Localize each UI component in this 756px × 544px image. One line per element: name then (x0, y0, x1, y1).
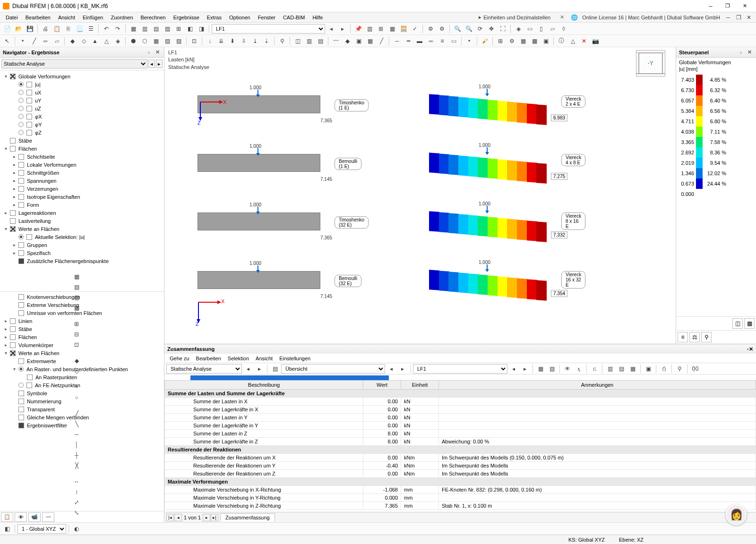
sm-tool4-icon[interactable]: ᶍ (574, 364, 584, 374)
bt-icon-24[interactable]: ⤢ (71, 497, 82, 508)
fit-icon[interactable]: ⛶ (498, 24, 508, 34)
menu-bearbeiten[interactable]: Bearbeiten (22, 13, 54, 22)
nav-prev-icon[interactable]: ◂ (148, 60, 155, 68)
persp-icon[interactable]: ◊ (558, 24, 569, 34)
nav-tab-1[interactable]: 📋 (1, 512, 13, 522)
tree-item[interactable]: ▸Lokale Verformungen (0, 161, 164, 169)
tool-a-icon[interactable]: ⚙ (425, 24, 436, 34)
t11-icon[interactable]: ⊡ (189, 36, 199, 46)
s2-icon[interactable]: ━ (403, 36, 413, 46)
page-first-icon[interactable]: |◂ (166, 514, 174, 521)
dot-icon[interactable]: • (464, 36, 474, 46)
mdi-close-icon[interactable]: ✕ (744, 12, 754, 23)
maximize-button[interactable]: ❐ (719, 0, 736, 12)
cfg2-icon[interactable]: ▩ (529, 36, 540, 46)
tree-item[interactable]: ▾Globale Verformungen (0, 72, 164, 80)
legend-close-icon[interactable]: ✕ (746, 49, 753, 56)
tree-item[interactable]: uY (0, 96, 164, 104)
calc-icon[interactable]: 🧮 (398, 24, 409, 34)
summary-menu-selektion[interactable]: Selektion (224, 355, 252, 362)
page-prev-icon[interactable]: ◂ (174, 514, 182, 521)
legend-btn-b[interactable]: ▦ (744, 318, 755, 329)
loadcase-select[interactable]: LF1 (212, 24, 325, 34)
tree-item[interactable]: ▾Flächen (0, 144, 164, 153)
tree-item[interactable]: Transparent (0, 405, 164, 413)
surface-icon[interactable]: ▱ (52, 36, 62, 46)
panel-close-icon[interactable]: ✕ (154, 49, 161, 56)
t13-icon[interactable]: ⇊ (216, 36, 226, 46)
sm-prev2-icon[interactable]: ◂ (386, 364, 396, 374)
t7-icon[interactable]: ⬡ (139, 36, 150, 46)
top-icon[interactable]: ▱ (547, 24, 558, 34)
member-icon[interactable]: ═ (40, 36, 51, 46)
menu-cad-bim[interactable]: CAD-BIM (279, 13, 309, 22)
hint-close-icon[interactable]: ✕ (560, 14, 564, 20)
bt-icon-3[interactable]: ▩ (71, 303, 82, 313)
sm-view-icon[interactable]: ▤ (270, 364, 280, 374)
tree-item[interactable]: uX (0, 88, 164, 96)
sm-next1-icon[interactable]: ▸ (254, 364, 265, 374)
bt-icon-15[interactable]: ╱ (71, 408, 82, 419)
menu-ergebnisse[interactable]: Ergebnisse (170, 13, 203, 22)
tree-item[interactable]: Umrisse von verformten Flächen (0, 309, 164, 317)
view2-icon[interactable]: ▥ (139, 24, 150, 34)
bt-icon-17[interactable]: ─ (71, 429, 82, 440)
prev-lc-icon[interactable]: ◂ (326, 24, 336, 34)
doc-icon[interactable]: 📃 (74, 24, 85, 34)
bt-icon-22[interactable]: ↔ (71, 476, 82, 487)
zoom-icon[interactable]: 🔍 (464, 24, 474, 34)
summary-table[interactable]: BeschreibungWertEinheitAnmerkungenSumme … (164, 380, 756, 512)
tree-item[interactable]: φZ (0, 128, 164, 136)
t15-icon[interactable]: ⇩ (239, 36, 249, 46)
tree-item[interactable]: ▸Isotrope Eigenschaften (0, 193, 164, 201)
t10-icon[interactable]: ▨ (173, 36, 184, 46)
brush-icon[interactable]: 🖌 (480, 36, 490, 46)
menu-berechnen[interactable]: Berechnen (137, 13, 170, 22)
tree-item[interactable]: Lastverteilung (0, 217, 164, 225)
cam-icon[interactable]: 📷 (590, 36, 601, 46)
menu-einfügen[interactable]: Einfügen (79, 13, 107, 22)
save-icon[interactable]: 💾 (25, 24, 35, 34)
nav-tab-4[interactable]: 〰 (42, 512, 54, 522)
tree-item[interactable]: ▸Spezifisch (0, 249, 164, 257)
tree-item[interactable]: ▸Flächen (0, 333, 164, 341)
new-icon[interactable]: 📄 (2, 24, 12, 34)
err-icon[interactable]: ✕ (579, 36, 589, 46)
tree-item[interactable]: ▸Stäbe (0, 325, 164, 333)
t3-icon[interactable]: ▲ (90, 36, 100, 46)
node-icon[interactable]: • (17, 36, 28, 46)
sm-prev3-icon[interactable]: ◂ (508, 364, 519, 374)
t6-icon[interactable]: ⬢ (128, 36, 138, 46)
menu-ansicht[interactable]: Ansicht (54, 13, 79, 22)
grid2-icon[interactable]: ⊞ (495, 36, 506, 46)
minimize-button[interactable]: ─ (702, 0, 719, 12)
r2-icon[interactable]: ◆ (342, 36, 352, 46)
info-icon[interactable]: ⓘ (556, 36, 567, 46)
summary-tab[interactable]: Zusammenfassung (220, 513, 275, 521)
grid-icon[interactable]: ⊞ (376, 24, 386, 34)
line-icon[interactable]: ╱ (29, 36, 39, 46)
sm-tool8-icon[interactable]: ▦ (627, 364, 638, 374)
bt-icon-16[interactable]: ╲ (71, 419, 82, 429)
view4-icon[interactable]: ▨ (162, 24, 172, 34)
legend-tab-1[interactable]: ≡ (678, 332, 688, 342)
sm-decimal-icon[interactable]: 0̣0 (690, 364, 700, 374)
tree-item[interactable]: ▸Form (0, 201, 164, 209)
d3-icon[interactable]: ▤ (315, 36, 326, 46)
bt-icon-9[interactable]: ◆ (71, 356, 82, 366)
tree-item[interactable]: ▸Lagerreaktionen (0, 209, 164, 217)
tree-item[interactable]: ▾An Raster- und benutzerdefinierten Punk… (0, 365, 164, 373)
check-icon[interactable]: ✓ (410, 24, 420, 34)
cursor-icon[interactable]: ↖ (2, 36, 12, 46)
t1-icon[interactable]: ◆ (67, 36, 77, 46)
menu-datei[interactable]: Datei (2, 13, 22, 22)
page-next-icon[interactable]: ▸ (203, 514, 210, 521)
redo-icon[interactable]: ↷ (112, 24, 123, 34)
tree-item[interactable]: An FE-Netzpunkten (0, 381, 164, 389)
summary-menu-gehe zu[interactable]: Gehe zu (166, 355, 193, 362)
d2-icon[interactable]: ▥ (304, 36, 314, 46)
settings-tree[interactable]: KnotenverschiebungenExtreme Verschiebung… (0, 291, 164, 511)
gear-icon[interactable]: ⚙ (507, 36, 517, 46)
t5-icon[interactable]: ◈ (112, 36, 123, 46)
coord-system-select[interactable]: 1 - Global XYZ (17, 524, 66, 534)
